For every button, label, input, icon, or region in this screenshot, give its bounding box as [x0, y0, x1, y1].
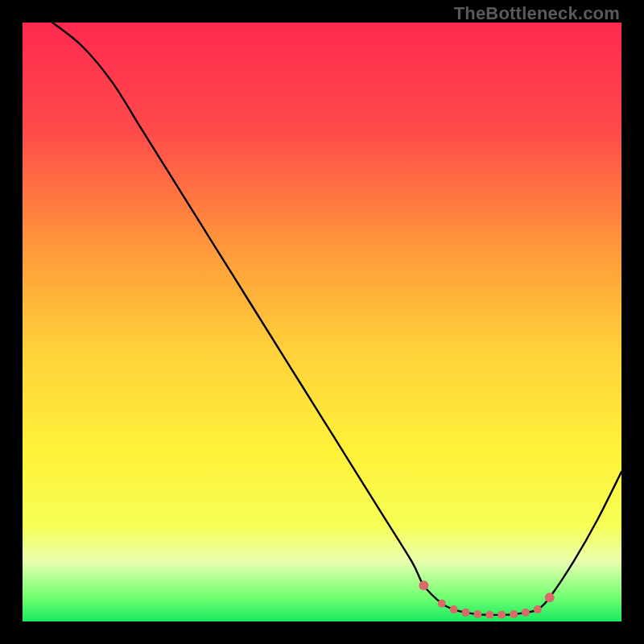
marker-dot — [510, 610, 518, 618]
bottleneck-curve — [52, 23, 621, 615]
watermark-text: TheBottleneck.com — [454, 3, 620, 24]
optimal-range-dots — [419, 580, 554, 618]
marker-dot — [522, 609, 530, 617]
marker-dot — [534, 605, 542, 613]
curve-layer — [23, 23, 621, 621]
marker-dot — [473, 610, 481, 618]
marker-dot — [450, 605, 458, 613]
marker-dot — [485, 611, 493, 619]
marker-dot — [462, 609, 470, 617]
marker-dot — [419, 580, 428, 590]
marker-dot — [438, 600, 446, 608]
plot-area — [23, 23, 621, 621]
marker-dot — [497, 611, 506, 619]
marker-dot — [545, 592, 555, 602]
chart-frame: TheBottleneck.com — [0, 0, 644, 644]
